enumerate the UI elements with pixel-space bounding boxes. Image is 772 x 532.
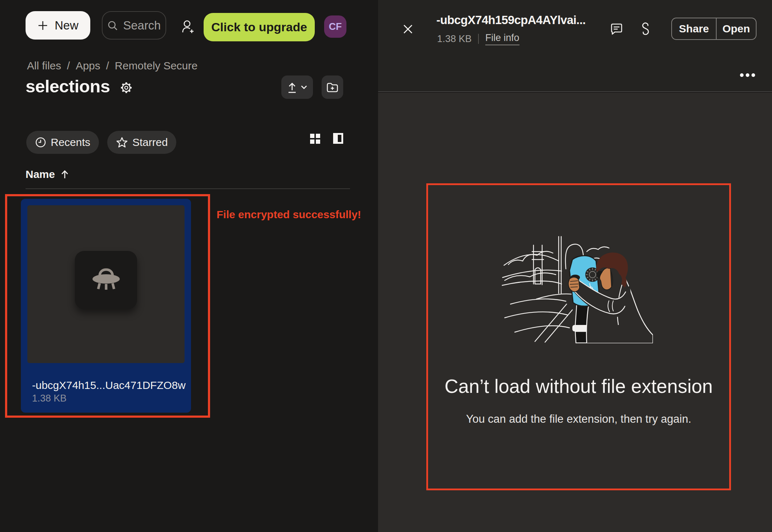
error-title: Can’t load without file extension bbox=[426, 375, 731, 397]
share-label: Share bbox=[679, 23, 709, 35]
close-icon[interactable] bbox=[403, 24, 413, 34]
preview-file-size: 1.38 KB bbox=[437, 33, 472, 45]
upgrade-button[interactable]: Click to upgrade bbox=[204, 13, 315, 41]
new-button-label: New bbox=[55, 19, 78, 32]
file-info-link[interactable]: File info bbox=[485, 32, 519, 45]
annotation-text: File encrypted successfully! bbox=[217, 208, 361, 221]
meta-divider bbox=[478, 34, 479, 44]
ufo-icon bbox=[89, 267, 123, 293]
breadcrumb-separator: / bbox=[106, 60, 109, 72]
grid-view-icon[interactable] bbox=[310, 134, 320, 144]
breadcrumb-remotely-secure[interactable]: Remotely Secure bbox=[115, 60, 197, 72]
page-title: selections bbox=[26, 76, 110, 96]
upgrade-button-label: Click to upgrade bbox=[211, 20, 307, 34]
open-label: Open bbox=[722, 23, 750, 35]
breadcrumb-all-files[interactable]: All files bbox=[27, 60, 61, 72]
avatar-initials: CF bbox=[329, 21, 342, 32]
star-icon bbox=[116, 137, 128, 148]
search-button-label: Search bbox=[123, 19, 161, 32]
name-column-label: Name bbox=[26, 168, 55, 180]
clock-icon bbox=[35, 137, 46, 148]
plus-icon bbox=[37, 20, 48, 31]
new-folder-button[interactable] bbox=[322, 75, 343, 99]
open-button[interactable]: Open bbox=[717, 18, 756, 39]
upload-icon bbox=[287, 82, 298, 93]
more-options-button[interactable] bbox=[740, 70, 757, 80]
avatar[interactable]: CF bbox=[324, 15, 346, 38]
file-thumbnail bbox=[27, 205, 185, 363]
recents-filter-chip[interactable]: Recents bbox=[26, 131, 99, 154]
breadcrumb: All files / Apps / Remotely Secure bbox=[27, 60, 197, 72]
details-panel-icon[interactable] bbox=[333, 133, 343, 144]
preview-meta: 1.38 KB File info bbox=[437, 32, 519, 45]
file-card[interactable]: -ubcgX74h15...Uac471DFZO8w 1.38 KB bbox=[21, 199, 191, 413]
starred-filter-chip[interactable]: Starred bbox=[107, 131, 176, 154]
share-button[interactable]: Share bbox=[672, 18, 717, 39]
chevron-down-icon bbox=[300, 85, 308, 90]
upload-button[interactable] bbox=[281, 75, 313, 99]
add-person-icon[interactable] bbox=[181, 19, 195, 35]
breadcrumb-apps[interactable]: Apps bbox=[76, 60, 100, 72]
comment-icon[interactable] bbox=[610, 23, 623, 35]
search-button[interactable]: Search bbox=[102, 11, 166, 40]
link-icon[interactable] bbox=[640, 22, 652, 36]
name-column-header[interactable]: Name bbox=[26, 168, 69, 180]
viewfinder-illustration bbox=[502, 230, 653, 343]
file-name: -ubcgX74h15...Uac471DFZO8w bbox=[32, 379, 186, 391]
file-type-tile bbox=[75, 251, 137, 309]
error-subtitle: You can add the file extension, then try… bbox=[426, 413, 731, 426]
new-button[interactable]: New bbox=[26, 11, 90, 40]
list-divider bbox=[26, 188, 350, 189]
starred-label: Starred bbox=[132, 136, 168, 148]
file-size: 1.38 KB bbox=[32, 393, 67, 404]
breadcrumb-separator: / bbox=[67, 60, 70, 72]
search-icon bbox=[107, 20, 118, 31]
sort-ascending-arrow bbox=[61, 170, 69, 179]
settings-gear-icon[interactable] bbox=[120, 81, 133, 94]
folder-plus-icon bbox=[326, 82, 339, 93]
recents-label: Recents bbox=[51, 136, 90, 148]
share-open-group: Share Open bbox=[671, 18, 757, 40]
preview-filename: -ubcgX74h159cpA4AYlvai... bbox=[436, 13, 586, 27]
